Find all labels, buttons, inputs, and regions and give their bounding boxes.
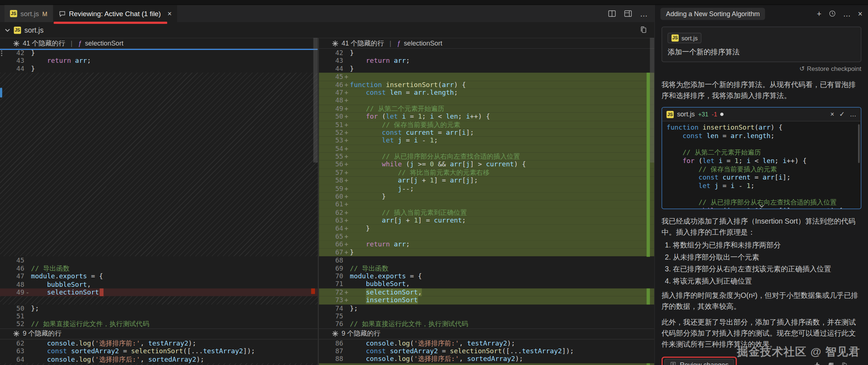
code-card-scrollbar[interactable] bbox=[858, 124, 860, 163]
more-actions-icon[interactable]: … bbox=[640, 9, 648, 18]
review-changes-button[interactable]: Review changes bbox=[664, 359, 734, 365]
code-line[interactable]: 65+ bbox=[319, 232, 655, 241]
code-line[interactable]: 63 const sortedArray2 = selectionSort([.… bbox=[0, 347, 318, 355]
hidden-lines-header[interactable]: 41 个隐藏的行|ƒselectionSort bbox=[0, 38, 318, 49]
code-line[interactable]: 51 bbox=[0, 312, 318, 321]
code-line[interactable]: 64+ } bbox=[319, 224, 655, 232]
code-line[interactable]: 62+ // 插入当前元素到正确位置 bbox=[319, 209, 655, 217]
split-editor-icon[interactable] bbox=[608, 10, 616, 18]
code-line[interactable]: 45 bbox=[0, 256, 318, 264]
line-number-gutter: 57+ bbox=[319, 169, 350, 177]
code-card-body[interactable]: function insertionSort(arr) { const len … bbox=[662, 122, 861, 209]
unfold-icon[interactable] bbox=[13, 40, 19, 47]
scrollbar-thumb[interactable] bbox=[313, 38, 318, 163]
code-line[interactable]: 61+ bbox=[319, 200, 655, 209]
code-line[interactable]: 53+ let j = i - 1; bbox=[319, 137, 655, 145]
unfold-icon[interactable] bbox=[332, 40, 338, 47]
code-line[interactable]: 43 return arr; bbox=[319, 57, 655, 65]
code-line[interactable]: 86 console.log('选择排序前:', testArray2); bbox=[319, 339, 655, 347]
customize-layout-icon[interactable] bbox=[624, 10, 632, 18]
code-line[interactable]: 43 return arr; bbox=[0, 57, 318, 65]
code-line[interactable]: 69// 导出函数 bbox=[319, 264, 655, 272]
code-line[interactable]: 44} bbox=[319, 65, 655, 73]
expand-chevron-icon[interactable] bbox=[758, 204, 765, 208]
code-line[interactable]: 76// 如果直接运行此文件，执行测试代码 bbox=[319, 320, 655, 328]
more-actions-icon[interactable]: … bbox=[854, 361, 861, 365]
breadcrumb-file[interactable]: sort.js bbox=[24, 26, 43, 34]
code-line[interactable]: 49- selectionSort bbox=[0, 288, 318, 296]
code-line[interactable]: 52// 如果直接运行此文件，执行测试代码 bbox=[0, 320, 318, 328]
diff-editor-modified-pane[interactable]: 41 个隐藏的行|ƒselectionSort42}43 return arr;… bbox=[319, 38, 655, 365]
code-line[interactable]: 59+ j--; bbox=[319, 184, 655, 192]
code-line[interactable]: 88 console.log('选择排序后:', sortedArray2); bbox=[319, 355, 655, 363]
code-change-card[interactable]: JS sort.js +31 -1 × ✓ … function inserti… bbox=[662, 107, 861, 209]
tab-sortjs[interactable]: JS sort.js M bbox=[4, 5, 53, 22]
close-tab-icon[interactable]: × bbox=[168, 10, 172, 18]
code-line[interactable]: 47module.exports = { bbox=[0, 272, 318, 281]
hidden-lines-header[interactable]: 9 个隐藏的行 bbox=[319, 328, 655, 339]
code-line[interactable]: 60+ } bbox=[319, 192, 655, 200]
code-line[interactable]: 45+ bbox=[319, 73, 655, 81]
copy-icon[interactable] bbox=[841, 361, 848, 365]
code-line[interactable]: 50}; bbox=[0, 304, 318, 312]
code-line[interactable]: 51+ // 保存当前要插入的元素 bbox=[319, 121, 655, 129]
code-line[interactable]: 64 console.log('选择排序后:', sortedArray2); bbox=[0, 355, 318, 364]
code-line[interactable]: 48 bubbleSort, bbox=[0, 281, 318, 289]
diff-editor-original-pane[interactable]: 41 个隐藏的行|ƒselectionSort42}43 return arr;… bbox=[0, 38, 318, 365]
code-line[interactable]: 49+ // 从第二个元素开始遍历 bbox=[319, 105, 655, 113]
tab-reviewing-active-chat[interactable]: Reviewing: Active Chat (1 file) × bbox=[53, 5, 177, 22]
code-line[interactable]: 47+ const len = arr.length; bbox=[319, 89, 655, 97]
code-line[interactable]: 87 const sortedArray2 = selectionSort([.… bbox=[319, 347, 655, 355]
line-number-gutter: 49- bbox=[0, 288, 31, 296]
new-chat-icon[interactable]: + bbox=[817, 9, 821, 18]
hidden-lines-header[interactable]: 41 个隐藏的行|ƒselectionSort bbox=[319, 38, 655, 49]
history-icon[interactable] bbox=[829, 10, 836, 17]
code-line[interactable]: 63+ arr[j + 1] = current; bbox=[319, 216, 655, 224]
code-line[interactable]: 68 bbox=[319, 256, 655, 264]
code-line[interactable]: 67+} bbox=[319, 248, 655, 256]
js-file-icon: JS bbox=[667, 111, 674, 118]
code-line[interactable]: 54+ bbox=[319, 145, 655, 153]
code-line[interactable]: 44} bbox=[0, 65, 318, 73]
code-line[interactable]: 71 bubbleSort, bbox=[319, 280, 655, 288]
code-line[interactable]: 74}; bbox=[319, 304, 655, 312]
code-line[interactable]: 42} bbox=[319, 49, 655, 57]
right-scrollbar[interactable] bbox=[647, 38, 654, 365]
code-line[interactable]: 72+ selectionSort, bbox=[319, 288, 655, 296]
copy-icon[interactable] bbox=[640, 25, 648, 34]
code-line[interactable]: 56+ while (j >= 0 && arr[j] > current) { bbox=[319, 160, 655, 169]
code-line[interactable]: 73+ insertionSort bbox=[319, 296, 655, 304]
code-line[interactable]: 57+ // 将比当前元素大的元素右移 bbox=[319, 169, 655, 177]
code-line[interactable]: 75 bbox=[319, 312, 655, 320]
code-line[interactable]: 55+ // 从已排序部分从右向左查找合适的插入位置 bbox=[319, 153, 655, 161]
scrollbar-thumb[interactable] bbox=[650, 38, 654, 163]
code-line[interactable]: 62 console.log('选择排序前:', testArray2); bbox=[0, 339, 318, 347]
code-line[interactable]: 52+ const current = arr[i]; bbox=[319, 129, 655, 137]
code-line[interactable]: 70module.exports = { bbox=[319, 272, 655, 281]
accept-icon[interactable]: ✓ bbox=[839, 111, 845, 118]
left-scrollbar[interactable] bbox=[310, 38, 318, 365]
unfold-icon[interactable] bbox=[332, 331, 338, 337]
attached-file-chip[interactable]: JS sort.js bbox=[668, 33, 702, 43]
selection-indicator bbox=[0, 88, 2, 98]
code-line[interactable]: 50+ for (let i = 1; i < len; i++) { bbox=[319, 113, 655, 121]
thumbs-down-icon[interactable] bbox=[827, 361, 835, 365]
code-line[interactable]: 66+ return arr; bbox=[319, 241, 655, 249]
discard-icon[interactable]: × bbox=[830, 111, 834, 118]
code-line[interactable]: + bbox=[319, 363, 655, 365]
code-line[interactable]: 48+ bbox=[319, 97, 655, 105]
chevron-down-icon[interactable] bbox=[4, 27, 11, 33]
code-line[interactable]: 46+function insertionSort(arr) { bbox=[319, 81, 655, 89]
close-panel-icon[interactable]: × bbox=[858, 9, 862, 18]
restore-checkpoint[interactable]: ↺ Restore checkpoint bbox=[662, 65, 861, 73]
code-line[interactable]: 58+ arr[j + 1] = arr[j]; bbox=[319, 177, 655, 185]
chat-session-tab[interactable]: Adding a New Sorting Algorithm bbox=[660, 7, 765, 19]
more-actions-icon[interactable]: … bbox=[843, 9, 851, 18]
code-line[interactable]: 46// 导出函数 bbox=[0, 264, 318, 272]
line-number-gutter: 61+ bbox=[319, 200, 350, 209]
thumbs-up-icon[interactable] bbox=[813, 361, 821, 365]
more-actions-icon[interactable]: … bbox=[850, 111, 856, 118]
hidden-lines-header[interactable]: 9 个隐藏的行 bbox=[0, 328, 318, 339]
unfold-icon[interactable] bbox=[13, 331, 19, 337]
code-line[interactable]: 42} bbox=[0, 49, 318, 57]
